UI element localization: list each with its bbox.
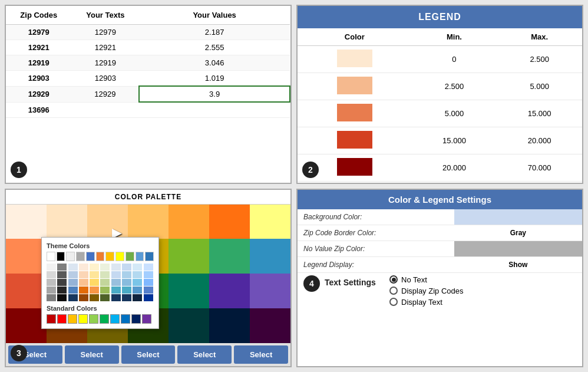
- palette-color-cell[interactable]: [169, 308, 209, 343]
- theme-ext-cell[interactable]: [133, 287, 142, 294]
- theme-color-cell[interactable]: [57, 252, 65, 261]
- palette-color-cell[interactable]: [6, 239, 47, 274]
- theme-ext-cell[interactable]: [111, 279, 121, 286]
- theme-color-cell[interactable]: [86, 252, 95, 261]
- palette-color-cell[interactable]: [47, 205, 87, 239]
- palette-color-cell[interactable]: [250, 205, 290, 239]
- theme-ext-cell[interactable]: [47, 271, 56, 278]
- theme-ext-cell[interactable]: [57, 294, 67, 301]
- standard-color-cell[interactable]: [131, 314, 141, 324]
- theme-ext-cell[interactable]: [144, 271, 153, 278]
- select-button-4[interactable]: Select: [177, 345, 232, 364]
- palette-color-cell[interactable]: [6, 308, 47, 343]
- palette-color-cell[interactable]: [209, 274, 250, 308]
- theme-ext-cell[interactable]: [100, 264, 110, 271]
- theme-ext-cell[interactable]: [122, 271, 131, 278]
- standard-color-cell[interactable]: [68, 314, 77, 324]
- standard-color-cell[interactable]: [100, 314, 109, 324]
- theme-color-cell[interactable]: [115, 252, 124, 261]
- theme-ext-cell[interactable]: [111, 264, 121, 271]
- theme-color-cell[interactable]: [105, 252, 114, 261]
- theme-ext-cell[interactable]: [122, 264, 131, 271]
- theme-color-cell[interactable]: [66, 252, 75, 261]
- max-col-header: Max.: [497, 28, 582, 46]
- theme-ext-cell[interactable]: [122, 279, 131, 286]
- standard-color-cell[interactable]: [47, 314, 56, 324]
- theme-ext-cell[interactable]: [133, 271, 142, 278]
- select-button-3[interactable]: Select: [121, 345, 176, 364]
- theme-color-cell[interactable]: [145, 252, 154, 261]
- theme-ext-cell[interactable]: [100, 279, 110, 286]
- theme-ext-cell[interactable]: [79, 279, 88, 286]
- theme-ext-cell[interactable]: [122, 294, 131, 301]
- theme-ext-cell[interactable]: [111, 287, 121, 294]
- select-button-2[interactable]: Select: [65, 345, 119, 364]
- standard-color-cell[interactable]: [142, 314, 151, 324]
- theme-ext-cell[interactable]: [90, 287, 99, 294]
- theme-ext-cell[interactable]: [90, 279, 99, 286]
- theme-ext-cell[interactable]: [47, 294, 56, 301]
- theme-ext-cell[interactable]: [90, 271, 99, 278]
- theme-ext-cell[interactable]: [90, 294, 99, 301]
- theme-ext-cell[interactable]: [79, 264, 88, 271]
- palette-color-cell[interactable]: [250, 274, 290, 308]
- palette-color-cell[interactable]: [169, 274, 209, 308]
- theme-ext-cell[interactable]: [133, 294, 142, 301]
- theme-ext-cell[interactable]: [100, 271, 110, 278]
- theme-ext-cell[interactable]: [79, 287, 88, 294]
- theme-ext-cell[interactable]: [122, 287, 131, 294]
- palette-color-cell[interactable]: [209, 308, 250, 343]
- theme-color-cell[interactable]: [76, 252, 85, 261]
- theme-ext-cell[interactable]: [79, 294, 88, 301]
- theme-ext-cell[interactable]: [47, 287, 56, 294]
- standard-color-cell[interactable]: [110, 314, 120, 324]
- palette-color-cell[interactable]: [169, 239, 209, 274]
- theme-ext-cell[interactable]: [47, 264, 56, 271]
- radio-option[interactable]: No Text: [389, 275, 464, 284]
- theme-ext-cell[interactable]: [111, 271, 121, 278]
- theme-ext-cell[interactable]: [144, 264, 153, 271]
- theme-ext-cell[interactable]: [68, 279, 78, 286]
- theme-ext-cell[interactable]: [47, 279, 56, 286]
- palette-color-cell[interactable]: [250, 308, 290, 343]
- palette-color-cell[interactable]: [209, 239, 250, 274]
- palette-color-cell[interactable]: [250, 239, 290, 274]
- palette-color-cell[interactable]: [6, 205, 47, 239]
- select-button-5[interactable]: Select: [234, 345, 288, 364]
- theme-ext-cell[interactable]: [68, 264, 78, 271]
- theme-ext-cell[interactable]: [79, 271, 88, 278]
- theme-ext-cell[interactable]: [144, 294, 153, 301]
- standard-color-cell[interactable]: [89, 314, 98, 324]
- theme-color-cell[interactable]: [125, 252, 134, 261]
- theme-ext-cell[interactable]: [57, 271, 67, 278]
- value-cell[interactable]: [139, 86, 290, 102]
- radio-option[interactable]: Display Text: [389, 298, 464, 307]
- palette-color-cell[interactable]: [169, 205, 209, 239]
- radio-option[interactable]: Display Zip Codes: [389, 287, 464, 295]
- palette-color-cell[interactable]: [6, 274, 47, 308]
- theme-ext-cell[interactable]: [144, 279, 153, 286]
- theme-ext-cell[interactable]: [57, 264, 67, 271]
- value-input[interactable]: [146, 90, 283, 98]
- theme-ext-cell[interactable]: [144, 287, 153, 294]
- theme-ext-cell[interactable]: [100, 294, 110, 301]
- theme-ext-cell[interactable]: [68, 294, 78, 301]
- theme-ext-cell[interactable]: [111, 294, 121, 301]
- theme-ext-cell[interactable]: [68, 287, 78, 294]
- theme-color-cell[interactable]: [47, 252, 55, 261]
- theme-color-cell[interactable]: [136, 252, 144, 261]
- palette-color-cell[interactable]: [128, 205, 169, 239]
- standard-color-cell[interactable]: [78, 314, 88, 324]
- theme-ext-cell[interactable]: [57, 287, 67, 294]
- theme-ext-cell[interactable]: [133, 264, 142, 271]
- standard-color-cell[interactable]: [121, 314, 130, 324]
- palette-color-cell[interactable]: [209, 205, 250, 239]
- theme-color-cell[interactable]: [96, 252, 105, 261]
- theme-ext-cell[interactable]: [90, 264, 99, 271]
- palette-color-cell[interactable]: [87, 205, 128, 239]
- theme-ext-cell[interactable]: [68, 271, 78, 278]
- theme-ext-cell[interactable]: [100, 287, 110, 294]
- standard-color-cell[interactable]: [57, 314, 67, 324]
- theme-ext-cell[interactable]: [133, 279, 142, 286]
- theme-ext-cell[interactable]: [57, 279, 67, 286]
